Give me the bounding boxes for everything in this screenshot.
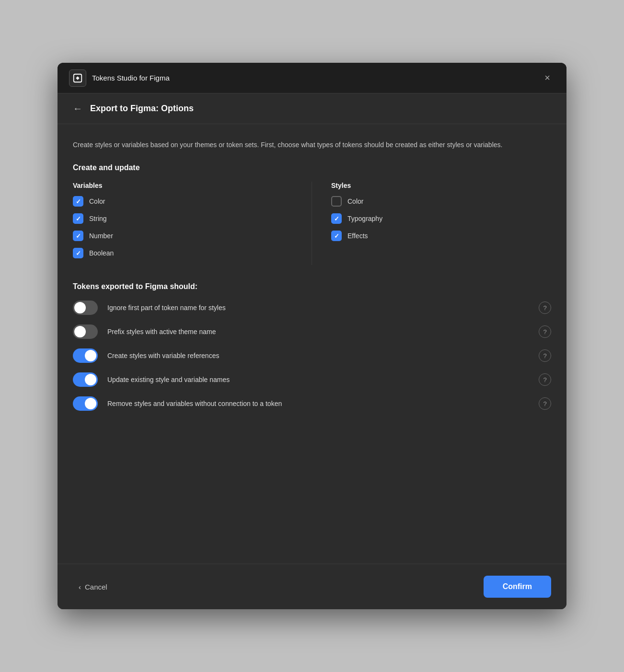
toggle-update-existing-label: Update existing style and variable names [107,376,529,383]
toggle-prefix-styles-label: Prefix styles with active theme name [107,328,529,336]
checkbox-var-string-label: String [89,215,107,222]
help-icon-3[interactable]: ? [539,349,551,362]
toggle-update-existing[interactable] [73,372,98,387]
toggle-prefix-styles[interactable] [73,324,98,339]
back-button[interactable]: ← [73,103,82,114]
cancel-button[interactable]: ‹ Cancel [73,579,113,595]
checkbox-style-effects-box[interactable]: ✓ [331,231,342,241]
cancel-label: Cancel [85,583,107,591]
toggle-ignore-first-part[interactable] [73,301,98,315]
confirm-button[interactable]: Confirm [484,576,551,598]
toggle-create-styles-knob [85,350,96,361]
checkbox-style-typography-label: Typography [347,215,382,222]
dialog: Tokens Studio for Figma × ← Export to Fi… [58,63,566,609]
toggle-create-styles-label: Create styles with variable references [107,352,529,359]
toggle-prefix-styles-knob [74,326,86,337]
checkbox-var-boolean[interactable]: ✓ Boolean [73,248,292,258]
close-button[interactable]: × [540,70,555,86]
main-content: Create styles or variables based on your… [58,124,566,564]
toggle-ignore-first-part-label: Ignore first part of token name for styl… [107,304,529,312]
tokens-exported-title: Tokens exported to Figma should: [73,282,551,291]
checkbox-style-color-label: Color [347,197,363,205]
toggle-item-2: Prefix styles with active theme name ? [73,324,551,339]
titlebar-title: Tokens Studio for Figma [92,74,170,82]
checkbox-style-effects[interactable]: ✓ Effects [331,231,551,241]
columns: Variables ✓ Color ✓ String ✓ [73,182,551,265]
checkbox-style-color[interactable]: Color [331,196,551,207]
create-and-update-title: Create and update [73,163,551,172]
checkbox-style-effects-label: Effects [347,232,368,240]
toggle-remove-styles-label: Remove styles and variables without conn… [107,400,529,407]
checkbox-var-boolean-box[interactable]: ✓ [73,248,83,258]
checkbox-var-color-label: Color [89,197,105,205]
help-icon-1[interactable]: ? [539,301,551,314]
app-icon [69,70,86,87]
toggle-item-3: Create styles with variable references ? [73,348,551,363]
checkbox-var-number[interactable]: ✓ Number [73,231,292,241]
styles-column-title: Styles [331,182,551,189]
checkbox-var-number-label: Number [89,232,113,240]
toggle-item-4: Update existing style and variable names… [73,372,551,387]
variables-column: Variables ✓ Color ✓ String ✓ [73,182,312,265]
page-header-title: Export to Figma: Options [90,104,194,114]
toggle-item-5: Remove styles and variables without conn… [73,396,551,411]
toggle-remove-styles[interactable] [73,396,98,411]
styles-column: Styles Color ✓ Typography ✓ Effect [312,182,551,265]
checkbox-style-typography-box[interactable]: ✓ [331,213,342,224]
titlebar-left: Tokens Studio for Figma [69,70,170,87]
cancel-back-arrow: ‹ [79,583,81,591]
checkbox-var-boolean-label: Boolean [89,249,114,257]
toggle-item-1: Ignore first part of token name for styl… [73,301,551,315]
toggle-remove-styles-knob [85,398,96,409]
help-icon-4[interactable]: ? [539,373,551,386]
toggle-update-existing-knob [85,374,96,385]
description-text: Create styles or variables based on your… [73,139,551,150]
checkbox-style-typography[interactable]: ✓ Typography [331,213,551,224]
toggle-create-styles[interactable] [73,348,98,363]
footer: ‹ Cancel Confirm [58,564,566,609]
checkbox-var-color[interactable]: ✓ Color [73,196,292,207]
variables-column-title: Variables [73,182,292,189]
page-header: ← Export to Figma: Options [58,93,566,124]
help-icon-5[interactable]: ? [539,397,551,410]
toggle-ignore-first-part-knob [74,302,86,313]
titlebar: Tokens Studio for Figma × [58,63,566,93]
checkbox-style-color-box[interactable] [331,196,342,207]
checkbox-var-string[interactable]: ✓ String [73,213,292,224]
help-icon-2[interactable]: ? [539,325,551,338]
checkbox-var-number-box[interactable]: ✓ [73,231,83,241]
checkbox-var-color-box[interactable]: ✓ [73,196,83,207]
checkbox-var-string-box[interactable]: ✓ [73,213,83,224]
